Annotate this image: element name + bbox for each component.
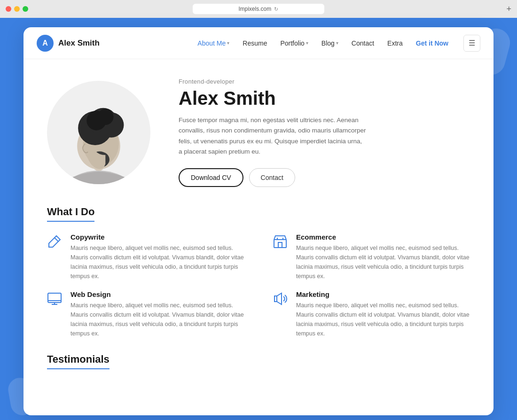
hero-text: Frontend-developer Alex Smith Fusce temp…: [179, 78, 470, 187]
what-i-do-title: What I Do: [47, 206, 94, 222]
hero-name: Alex Smith: [179, 88, 470, 109]
service-ecommerce: Ecommerce Mauris neque libero, aliquet v…: [273, 233, 470, 281]
traffic-lights: [6, 6, 28, 12]
content-area: Frontend-developer Alex Smith Fusce temp…: [24, 59, 494, 415]
url-text: lmpixels.com: [239, 6, 271, 12]
webdesign-content: Web Design Mauris neque libero, aliquet …: [70, 290, 244, 338]
webdesign-title: Web Design: [70, 290, 244, 298]
nav-links: About Me ▾ Resume Portfolio ▾ Blog ▾ Con…: [197, 39, 448, 47]
hero-avatar: [47, 81, 150, 184]
marketing-desc: Mauris neque libero, aliquet vel mollis …: [296, 301, 470, 338]
services-grid: Copywrite Mauris neque libero, aliquet v…: [47, 233, 470, 338]
store-icon: [273, 234, 290, 251]
new-tab-button[interactable]: +: [506, 4, 511, 14]
browser-chrome: lmpixels.com ↻ +: [0, 0, 517, 18]
ecommerce-content: Ecommerce Mauris neque libero, aliquet v…: [296, 233, 470, 281]
refresh-icon[interactable]: ↻: [274, 6, 278, 12]
svg-point-8: [97, 109, 113, 125]
service-webdesign: Web Design Mauris neque libero, aliquet …: [47, 290, 244, 338]
download-cv-button[interactable]: Download CV: [179, 168, 243, 187]
copywrite-desc: Mauris neque libero, aliquet vel mollis …: [70, 243, 244, 281]
copywrite-title: Copywrite: [70, 233, 244, 241]
svg-rect-13: [278, 242, 282, 248]
minimize-button[interactable]: [14, 6, 20, 12]
nav-cta[interactable]: Get it Now: [416, 39, 448, 47]
logo-avatar: A: [37, 35, 54, 52]
testimonials-title: Testimonials: [47, 353, 110, 369]
nav-resume[interactable]: Resume: [243, 39, 267, 47]
nav-portfolio[interactable]: Portfolio ▾: [280, 39, 308, 47]
megaphone-icon: [273, 291, 290, 308]
svg-line-11: [55, 238, 58, 241]
ecommerce-desc: Mauris neque libero, aliquet vel mollis …: [296, 243, 470, 281]
monitor-icon: [47, 291, 64, 308]
hamburger-button[interactable]: ☰: [463, 35, 480, 52]
what-i-do-section: What I Do Copywrite Mauris neque libero,…: [47, 206, 470, 338]
nav-contact[interactable]: Contact: [352, 39, 374, 47]
service-marketing: Marketing Mauris neque libero, aliquet v…: [273, 290, 470, 338]
ecommerce-title: Ecommerce: [296, 233, 470, 241]
testimonials-section: Testimonials: [47, 353, 470, 369]
maximize-button[interactable]: [23, 6, 28, 12]
svg-rect-12: [274, 240, 286, 248]
marketing-content: Marketing Mauris neque libero, aliquet v…: [296, 290, 470, 338]
service-copywrite: Copywrite Mauris neque libero, aliquet v…: [47, 233, 244, 281]
logo-area: A Alex Smith: [37, 35, 100, 52]
close-button[interactable]: [6, 6, 11, 12]
nav-extra[interactable]: Extra: [387, 39, 403, 47]
marketing-title: Marketing: [296, 290, 470, 298]
address-bar[interactable]: lmpixels.com ↻: [193, 4, 324, 14]
navbar: A Alex Smith About Me ▾ Resume Portfolio…: [24, 27, 494, 59]
pencil-icon: [47, 234, 64, 251]
webdesign-desc: Mauris neque libero, aliquet vel mollis …: [70, 301, 244, 338]
hero-buttons: Download CV Contact: [179, 168, 470, 187]
main-card: A Alex Smith About Me ▾ Resume Portfolio…: [24, 27, 494, 415]
contact-button[interactable]: Contact: [249, 168, 295, 187]
nav-about[interactable]: About Me ▾: [197, 39, 229, 47]
hero-section: Frontend-developer Alex Smith Fusce temp…: [47, 69, 470, 206]
svg-point-10: [89, 138, 94, 141]
copywrite-content: Copywrite Mauris neque libero, aliquet v…: [70, 233, 244, 281]
hero-bio: Fusce tempor magna mi, non egestas velit…: [179, 115, 367, 157]
logo-name: Alex Smith: [58, 39, 100, 48]
hero-subtitle: Frontend-developer: [179, 78, 470, 85]
avatar-image: [52, 86, 146, 184]
nav-blog[interactable]: Blog ▾: [321, 39, 338, 47]
